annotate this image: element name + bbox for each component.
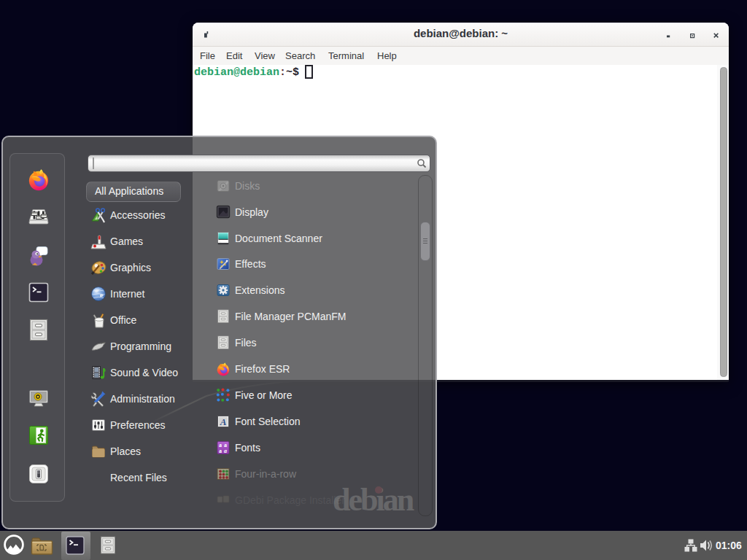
svg-text:A: A [220,416,227,427]
svg-text:a: a [224,448,227,454]
svg-text:a: a [219,448,222,454]
